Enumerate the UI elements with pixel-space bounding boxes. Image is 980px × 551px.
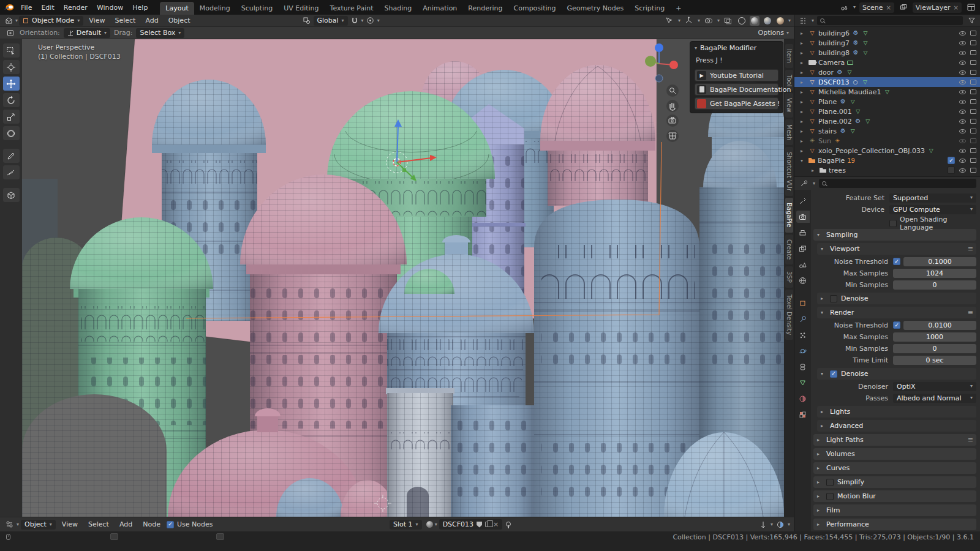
tool-measure[interactable]	[3, 165, 20, 179]
bagapie-collapse-icon[interactable]: ▾	[695, 46, 697, 51]
tab-item[interactable]: Item	[785, 44, 793, 68]
workspace-tab-sculpting[interactable]: Sculpting	[236, 2, 278, 15]
hide-toggle[interactable]	[959, 31, 966, 36]
scene-unlink-icon[interactable]: ×	[886, 4, 891, 11]
workspace-tab-uv-editing[interactable]: UV Editing	[278, 2, 324, 15]
menu-render[interactable]: Render	[59, 2, 92, 13]
tab-shortcut-vur[interactable]: Shortcut VUr	[785, 147, 793, 196]
overlays-chevron[interactable]: ▾	[717, 18, 720, 23]
outliner-row-camera[interactable]: ▸ Camera	[794, 58, 980, 67]
unlink-material-icon[interactable]: ×	[493, 520, 499, 528]
film-panel-header[interactable]: ▸ Film	[813, 504, 976, 516]
tab-object-data-props[interactable]	[796, 377, 810, 389]
copy-material-icon[interactable]	[485, 522, 490, 527]
menu-object[interactable]: Object	[164, 15, 195, 26]
viewport-sampling-header[interactable]: ▾ Viewport ≡	[817, 243, 976, 255]
shading-wireframe-button[interactable]	[737, 16, 747, 26]
snap-magnet-icon[interactable]	[349, 16, 360, 26]
r-noise-threshold-field[interactable]: 0.0100	[903, 321, 976, 330]
properties-search-input[interactable]	[829, 180, 973, 187]
tool-add-primitive[interactable]	[3, 188, 20, 202]
tool-rotate[interactable]	[3, 93, 20, 107]
node-overlay-chevron[interactable]: ▾	[788, 522, 790, 527]
shading-chevron[interactable]: ▾	[788, 18, 791, 23]
tab-3sp[interactable]: 3SP	[785, 266, 793, 288]
proportional-edit-icon[interactable]	[365, 16, 376, 26]
advanced-panel-header[interactable]: ▸ Advanced	[817, 420, 976, 432]
transform-pivot-icon[interactable]	[301, 16, 312, 26]
simplify-checkbox[interactable]: ✓	[826, 479, 834, 486]
overlays-icon[interactable]	[703, 16, 714, 26]
snap-chevron[interactable]: ▾	[361, 18, 364, 23]
mode-dropdown[interactable]: Object Mode ▾	[19, 16, 83, 26]
outliner-row-xoio-people[interactable]: ▸ xoio_People_Collection_OBJ.033	[794, 146, 980, 156]
tab-constraints-props[interactable]	[796, 361, 810, 373]
vp-max-samples-field[interactable]: 1024	[893, 269, 976, 278]
material-preview-ball[interactable]	[426, 521, 433, 528]
scene-browse-chevron[interactable]: ▾	[853, 5, 856, 10]
lights-panel-header[interactable]: ▸ Lights	[817, 406, 976, 418]
bagapie-youtube-button[interactable]: ▶ Youtube Tutorial	[695, 69, 778, 81]
outliner-search-input[interactable]	[827, 17, 960, 24]
browse-scene-icon[interactable]	[839, 2, 850, 12]
volumes-panel-header[interactable]: ▸ Volumes	[813, 448, 976, 460]
shader-editor-icon[interactable]	[4, 520, 15, 530]
outliner-editor-icon[interactable]	[797, 16, 809, 26]
tab-mesh[interactable]: Mesh	[785, 119, 793, 145]
material-browse-chevron[interactable]: ▾	[435, 522, 437, 527]
workspace-tab-scripting[interactable]: Scripting	[629, 2, 670, 15]
motion-blur-panel-header[interactable]: ▸ ✓ Motion Blur	[813, 490, 976, 502]
device-dropdown[interactable]: GPU Compute▾	[889, 205, 976, 214]
outliner-row-building8[interactable]: ▸ building8	[794, 48, 980, 58]
time-limit-field[interactable]: 0 sec	[893, 356, 976, 365]
workspace-tab-texture-paint[interactable]: Texture Paint	[325, 2, 379, 15]
pin-icon[interactable]	[504, 521, 511, 528]
menu-file[interactable]: File	[17, 2, 36, 13]
workspace-tab-shading[interactable]: Shading	[379, 2, 418, 15]
orientation-dropdown[interactable]: Global ▾	[314, 16, 348, 26]
collection-checkbox[interactable]: ✓	[948, 157, 955, 164]
bagapie-assets-button[interactable]: Get BagaPie Assets !	[695, 97, 778, 110]
menu-view[interactable]: View	[85, 15, 109, 26]
r-noise-threshold-checkbox[interactable]: ✓	[893, 321, 900, 329]
outliner-editor-chevron[interactable]: ▾	[812, 18, 814, 23]
node-snap-icon[interactable]	[758, 520, 769, 530]
tab-object-props[interactable]	[796, 297, 810, 309]
tool-select-box[interactable]	[3, 43, 20, 58]
tab-world-props[interactable]	[796, 274, 810, 287]
viewlayer-selector[interactable]: ViewLayer ×	[913, 2, 962, 13]
shader-type-dropdown[interactable]: Object ▾	[21, 520, 56, 530]
blender-logo-icon[interactable]	[4, 3, 15, 12]
properties-search[interactable]	[819, 179, 976, 188]
fake-user-icon[interactable]	[477, 522, 482, 528]
outliner-row-building6[interactable]: ▸ building6	[794, 28, 980, 38]
scene-selector[interactable]: Scene ×	[859, 2, 894, 13]
tab-bagapie[interactable]: BagaPie	[785, 198, 793, 232]
filter-icon[interactable]	[966, 16, 977, 26]
r-min-samples-field[interactable]: 0	[893, 344, 976, 353]
tab-scene-props[interactable]	[796, 258, 810, 271]
tool-annotate[interactable]	[3, 149, 20, 163]
visibility-chevron[interactable]: ▾	[678, 18, 680, 23]
node-menu-add[interactable]: Add	[115, 519, 137, 530]
material-name-field[interactable]: DSCF013 ×	[439, 519, 503, 530]
tab-output-props[interactable]	[796, 227, 810, 239]
menu-window[interactable]: Window	[92, 2, 127, 13]
outliner-row-bagapie-collection[interactable]: ▾ BagaPie 19 ✓	[794, 156, 980, 165]
outliner-row-plane002[interactable]: ▸ Plane.002	[794, 116, 980, 126]
r-denoise-checkbox[interactable]: ✓	[830, 370, 837, 378]
properties-editor-chevron[interactable]: ▾	[813, 181, 815, 186]
use-nodes-checkbox[interactable]: ✓	[167, 521, 174, 528]
slot-dropdown[interactable]: Slot 1 ▾	[390, 520, 422, 530]
workspace-tab-geometry-nodes[interactable]: Geometry Nodes	[561, 2, 629, 15]
node-menu-node[interactable]: Node	[138, 519, 165, 530]
vp-min-samples-field[interactable]: 0	[893, 280, 976, 290]
render-visibility-toggle[interactable]	[970, 31, 976, 36]
outliner-row-plane001[interactable]: ▸ Plane.001	[794, 107, 980, 116]
tab-modifiers-props[interactable]	[796, 313, 810, 325]
editor-type-chevron[interactable]: ▾	[15, 18, 18, 23]
osl-checkbox[interactable]: ✓	[889, 220, 897, 227]
gizmos-icon[interactable]	[684, 16, 695, 26]
collection-checkbox[interactable]: ✓	[948, 167, 955, 174]
vp-noise-threshold-checkbox[interactable]: ✓	[893, 258, 900, 265]
